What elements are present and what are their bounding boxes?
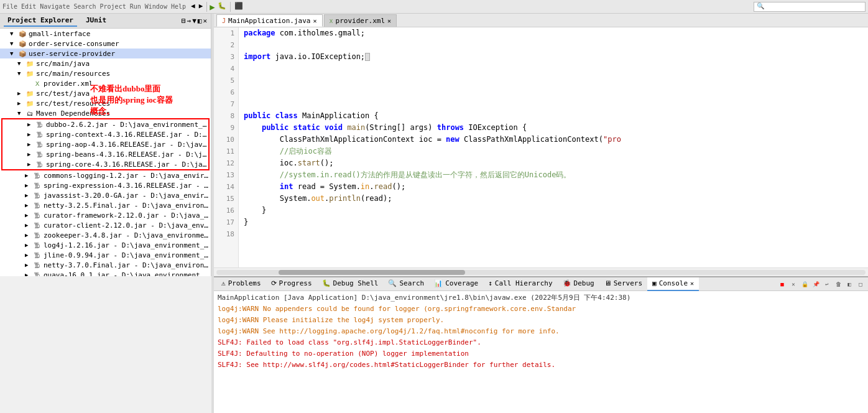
- arrow: ▶: [27, 141, 35, 147]
- code-line-4: [244, 63, 863, 75]
- tree-item-curator-framework[interactable]: ▶ 🗜 curator-framework-2.12.0.jar - D:\ja…: [0, 210, 211, 220]
- tree-item-user-service[interactable]: ▼ 📦 user-service-provider: [0, 49, 211, 58]
- item-label: Maven Dependencies: [36, 109, 110, 118]
- tree-item-order-service[interactable]: ▼ 📦 order-service-consumer: [0, 39, 211, 49]
- tree-item-commons-logging[interactable]: ▶ 🗜 commons-logging-1.2.jar - D:\java_en…: [0, 170, 211, 180]
- tab-debug[interactable]: 🐞 Debug: [558, 277, 599, 291]
- code-line-13: //system.in.read()方法的作用是从键盘读出一个字符，然后返回它的…: [244, 169, 863, 181]
- stop-console-btn[interactable]: ■: [777, 279, 787, 289]
- tree-item-src-main-resources[interactable]: ▼ 📁 src/main/resources: [0, 68, 211, 78]
- console-scroll-lock-btn[interactable]: 🔒: [800, 279, 810, 289]
- tab-provider-xml[interactable]: x provider.xml ✕: [324, 14, 397, 27]
- toolbar-search[interactable]: 🔍: [754, 2, 866, 12]
- deps-icon: 🗂: [25, 109, 35, 118]
- toolbar-sep: [206, 2, 207, 12]
- arrow: ▶: [25, 192, 32, 198]
- tree-item-zookeeper[interactable]: ▶ 🗜 zookeeper-3.4.8.jar - D:\java_enviro…: [0, 230, 211, 240]
- tree-item-dubbo[interactable]: ▶ 🗜 dubbo-2.6.2.jar - D:\java_environmen…: [2, 119, 208, 129]
- toolbar-btn-debug[interactable]: 🐛: [216, 2, 228, 12]
- tree-item-maven-deps[interactable]: ▼ 🗂 Maven Dependencies: [0, 108, 211, 118]
- tab-servers[interactable]: 🖥 Servers: [599, 277, 647, 291]
- tree-item-netty370[interactable]: ▶ 🗜 netty-3.7.0.Final.jar - D:\java_envi…: [0, 260, 211, 270]
- console-line-5: SLF4J: Defaulting to no-operation (NOP) …: [218, 348, 864, 360]
- remove-console-btn[interactable]: ✕: [788, 279, 798, 289]
- tab-main-application[interactable]: J MainApplication.java ✕: [216, 14, 323, 27]
- item-label: src/test/java: [36, 90, 90, 98]
- item-label: commons-logging-1.2.jar - D:\java_enviro…: [44, 172, 211, 180]
- tree-item-netty325[interactable]: ▶ 🗜 netty-3.2.5.Final.jar - D:\java_envi…: [0, 200, 211, 210]
- right-panel: J MainApplication.java ✕ x provider.xml …: [214, 14, 868, 413]
- arrow: ▶: [27, 131, 35, 137]
- call-hierarchy-icon: ↕: [488, 279, 492, 287]
- tree-item-log4j[interactable]: ▶ 🗜 log4j-1.2.16.jar - D:\java_environme…: [0, 240, 211, 250]
- h-scrollbar[interactable]: [214, 267, 868, 276]
- item-label: spring-context-4.3.16.RELEASE.jar - D:\j…: [46, 131, 208, 139]
- minimize-btn[interactable]: ◧: [198, 17, 202, 25]
- toolbar-sep2: [230, 2, 231, 12]
- jar-icon: 🗜: [35, 160, 45, 169]
- item-label: src/main/resources: [36, 70, 110, 78]
- project-icon: 📦: [17, 49, 27, 58]
- tree-item-spring-beans[interactable]: ▶ 🗜 spring-beans-4.3.16.RELEASE.jar - D:…: [2, 149, 208, 159]
- minimize-console-btn[interactable]: ◧: [844, 279, 854, 289]
- panel-menu-btn[interactable]: ▼: [192, 17, 196, 25]
- problems-icon: ⚠: [221, 279, 226, 287]
- tab-problems[interactable]: ⚠ Problems: [216, 277, 266, 291]
- link-editor-btn[interactable]: ⇒: [187, 17, 192, 25]
- tab-close-btn[interactable]: ✕: [387, 17, 391, 24]
- src-icon: 📁: [25, 59, 35, 68]
- tree-item-jline[interactable]: ▶ 🗜 jline-0.9.94.jar - D:\java_environme…: [0, 250, 211, 260]
- tree-item-spring-core[interactable]: ▶ 🗜 spring-core-4.3.16.RELEASE.jar - D:\…: [2, 159, 208, 169]
- scroll-thumb[interactable]: [279, 270, 465, 275]
- line-numbers: 1 2 3 4 5 6 7 8 9 10 11 12 13 14 15 16 1…: [214, 27, 239, 267]
- left-panel: Project Explorer JUnit ⊟ ⇒ ▼ ◧ ✕ 不难看出dub…: [0, 14, 211, 276]
- tab-junit[interactable]: JUnit: [82, 15, 110, 27]
- tab-search[interactable]: 🔍 Search: [383, 277, 429, 291]
- code-line-12: ioc.start();: [244, 157, 863, 169]
- toolbar-btn-back[interactable]: ◀: [190, 2, 196, 12]
- tab-console[interactable]: ▣ Console ✕: [647, 277, 699, 291]
- tab-project-explorer[interactable]: Project Explorer: [4, 15, 77, 27]
- tab-close-console[interactable]: ✕: [690, 280, 694, 287]
- jar-icon: 🗜: [32, 241, 42, 249]
- code-content[interactable]: package com.itholmes.gmall; import java.…: [239, 27, 868, 267]
- item-label: order-service-consumer: [29, 40, 119, 48]
- tree-item-src-test-resources[interactable]: ▶ 📁 src/test/resources: [0, 98, 211, 108]
- src-icon: 📁: [25, 89, 35, 98]
- console-pin-btn[interactable]: 📌: [811, 279, 821, 289]
- close-panel-btn[interactable]: ✕: [203, 17, 207, 25]
- bottom-panel: ⚠ Problems ⟳ Progress 🐛 Debug Shell 🔍 Se…: [214, 276, 868, 413]
- project-icon: 📦: [17, 29, 27, 38]
- console-clear-btn[interactable]: 🗑: [833, 279, 843, 289]
- item-label: gmall-interface: [29, 30, 90, 38]
- arrow: ▶: [25, 242, 32, 248]
- tab-close-btn[interactable]: ✕: [313, 17, 316, 24]
- tab-call-hierarchy[interactable]: ↕ Call Hierarchy: [483, 277, 557, 291]
- arrow: ▶: [17, 100, 25, 106]
- tree-item-javassist[interactable]: ▶ 🗜 javassist-3.20.0-GA.jar - D:\java_en…: [0, 190, 211, 200]
- toolbar-btn-stop[interactable]: ⬛: [233, 2, 244, 12]
- arrow: ▼: [17, 70, 25, 77]
- tree-item-spring-aop[interactable]: ▶ 🗜 spring-aop-4.3.16.RELEASE.jar - D:\j…: [2, 139, 208, 149]
- tree-item-src-test-java[interactable]: ▶ 📁 src/test/java: [0, 88, 211, 98]
- tree-item-curator-client[interactable]: ▶ 🗜 curator-client-2.12.0.jar - D:\java_…: [0, 220, 211, 230]
- jar-icon: 🗜: [32, 271, 42, 276]
- arrow: ▶: [25, 172, 32, 179]
- tree-item-guava[interactable]: ▶ 🗜 guava-16.0.1.jar - D:\java_environme…: [0, 270, 211, 276]
- tree-item-provider-xml[interactable]: x provider.xml: [0, 78, 211, 88]
- console-wrap-btn[interactable]: ↩: [822, 279, 832, 289]
- tab-progress[interactable]: ⟳ Progress: [266, 277, 317, 291]
- tree-item-src-main-java[interactable]: ▼ 📁 src/main/java: [0, 58, 211, 68]
- toolbar-btn-fwd[interactable]: ▶: [198, 2, 205, 12]
- toolbar-btn-run[interactable]: ▶: [210, 2, 215, 12]
- tab-label: Coverage: [445, 279, 478, 287]
- tab-coverage[interactable]: 📊 Coverage: [429, 277, 483, 291]
- maximize-console-btn[interactable]: □: [856, 279, 866, 289]
- collapse-all-btn[interactable]: ⊟: [182, 17, 186, 25]
- tab-debug-shell[interactable]: 🐛 Debug Shell: [317, 277, 384, 291]
- tree-container[interactable]: ▼ 📦 gmall-interface ▼ 📦 order-service-co…: [0, 29, 211, 276]
- tree-item-spring-expression[interactable]: ▶ 🗜 spring-expression-4.3.16.RELEASE.jar…: [0, 180, 211, 190]
- tree-item-gmall-interface[interactable]: ▼ 📦 gmall-interface: [0, 29, 211, 39]
- main-toolbar: File Edit Navigate Search Project Run Wi…: [0, 0, 868, 14]
- tree-item-spring-context[interactable]: ▶ 🗜 spring-context-4.3.16.RELEASE.jar - …: [2, 129, 208, 139]
